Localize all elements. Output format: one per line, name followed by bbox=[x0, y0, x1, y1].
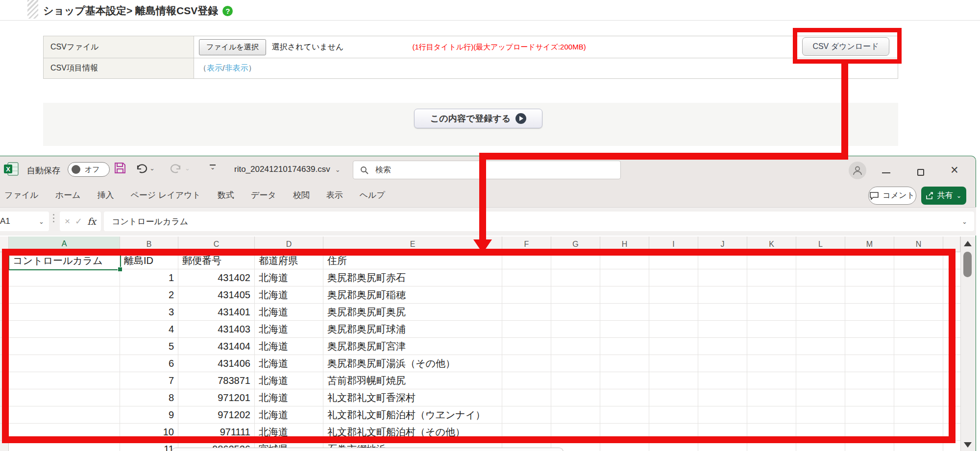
help-icon[interactable]: ? bbox=[222, 6, 233, 16]
paren-open: （ bbox=[199, 63, 207, 73]
svg-text:X: X bbox=[6, 166, 10, 173]
autosave-state: オフ bbox=[85, 165, 100, 174]
submit-button[interactable]: この内容で登録する bbox=[414, 109, 542, 128]
share-icon bbox=[926, 192, 934, 199]
show-link[interactable]: 表示 bbox=[207, 63, 222, 73]
comments-label: コメント bbox=[882, 190, 915, 201]
share-button[interactable]: 共有 ⌄ bbox=[921, 187, 966, 205]
tab-formulas[interactable]: 数式 bbox=[209, 190, 243, 201]
no-file-text: 選択されていません bbox=[272, 42, 344, 52]
paren-close: ） bbox=[248, 63, 256, 73]
close-button[interactable]: × bbox=[951, 164, 958, 177]
annotation-line-vertical-2 bbox=[479, 153, 486, 241]
annotation-box-data-range bbox=[2, 249, 956, 443]
comments-button[interactable]: コメント bbox=[868, 187, 916, 205]
page-title-text: ショップ基本設定> 離島情報CSV登録 bbox=[43, 4, 218, 18]
chevron-down-icon: ⌄ bbox=[956, 192, 962, 199]
chevron-down-icon: ⌄ bbox=[39, 218, 44, 225]
name-box-value: A1 bbox=[0, 216, 10, 226]
cancel-icon[interactable]: × bbox=[65, 216, 70, 227]
hatch-decoration bbox=[27, 0, 38, 19]
form-row-csv-file: CSVファイル ファイルを選択 選択されていません (1行目タイトル行)(最大ア… bbox=[44, 36, 898, 58]
comment-bubble-icon bbox=[870, 192, 879, 200]
search-placeholder: 検索 bbox=[375, 165, 391, 175]
drag-handle-icon[interactable] bbox=[53, 214, 54, 222]
ribbon-tabs: ファイル ホーム 挿入 ページ レイアウト 数式 データ 校閲 表示 ヘルプ bbox=[0, 183, 393, 207]
chevron-down-icon: ⌄ bbox=[185, 165, 190, 172]
csv-file-value-cell: ファイルを選択 選択されていません (1行目タイトル行)(最大アップロードサイズ… bbox=[194, 36, 898, 58]
chevron-down-icon: ⌄ bbox=[149, 165, 155, 172]
form-row-csv-items: CSV項目情報 （表示/非表示） bbox=[44, 58, 898, 78]
document-title[interactable]: rito_20241210174639.csv ⌄ bbox=[234, 165, 341, 174]
maximize-button[interactable] bbox=[917, 169, 924, 176]
scrollbar-thumb[interactable] bbox=[963, 252, 972, 277]
tab-data[interactable]: データ bbox=[243, 190, 285, 201]
csv-items-value-cell: （表示/非表示） bbox=[194, 58, 898, 78]
formula-input[interactable]: コントロールカラム ⌄ bbox=[104, 212, 974, 231]
file-select-button[interactable]: ファイルを選択 bbox=[199, 39, 266, 55]
chevron-down-icon: ⌄ bbox=[962, 218, 967, 225]
formula-value: コントロールカラム bbox=[112, 216, 188, 227]
screenshot-root: ショップ基本設定> 離島情報CSV登録 ? CSVファイル ファイルを選択 選択… bbox=[0, 0, 980, 451]
tab-review[interactable]: 校閲 bbox=[285, 190, 318, 201]
enter-check-icon[interactable]: ✓ bbox=[75, 216, 82, 227]
csv-upload-form: CSVファイル ファイルを選択 選択されていません (1行目タイトル行)(最大ア… bbox=[43, 36, 898, 79]
filename-text: rito_20241210174639.csv bbox=[234, 165, 330, 174]
save-icon[interactable] bbox=[114, 162, 126, 176]
formula-buttons: × ✓ fx bbox=[60, 212, 101, 231]
hide-link[interactable]: 非表示 bbox=[224, 63, 248, 73]
search-input[interactable]: 検索 bbox=[353, 161, 621, 179]
chevron-down-icon: ⌄ bbox=[335, 166, 341, 173]
account-avatar-icon[interactable] bbox=[849, 162, 866, 179]
annotation-box-csv-download bbox=[793, 28, 902, 64]
toggle-knob-icon bbox=[72, 165, 80, 174]
redo-button[interactable]: ⌄ bbox=[171, 162, 190, 174]
annotation-line-horizontal bbox=[479, 153, 848, 160]
undo-button[interactable]: ⌄ bbox=[135, 162, 155, 174]
scroll-down-arrow-icon[interactable] bbox=[964, 442, 972, 448]
tab-insert[interactable]: 挿入 bbox=[89, 190, 122, 201]
tab-home[interactable]: ホーム bbox=[47, 190, 89, 201]
divider bbox=[0, 20, 980, 21]
tab-view[interactable]: 表示 bbox=[318, 190, 351, 201]
arrow-circle-icon bbox=[515, 113, 526, 124]
csv-items-label: CSV項目情報 bbox=[44, 58, 194, 78]
tab-page-layout[interactable]: ページ レイアウト bbox=[122, 190, 209, 201]
insert-function-icon[interactable]: fx bbox=[87, 216, 96, 227]
submit-button-label: この内容で登録する bbox=[430, 113, 511, 124]
autosave-label: 自動保存 bbox=[27, 165, 60, 176]
quick-access-more-icon[interactable]: ⌄ bbox=[209, 165, 217, 170]
autosave-toggle[interactable]: オフ bbox=[68, 162, 110, 177]
annotation-arrowhead bbox=[473, 239, 492, 253]
tab-help[interactable]: ヘルプ bbox=[351, 190, 393, 201]
annotation-line-vertical-1 bbox=[841, 63, 848, 156]
scroll-up-arrow-icon[interactable] bbox=[964, 241, 972, 246]
name-box[interactable]: A1 ⌄ bbox=[0, 212, 49, 231]
search-icon bbox=[360, 166, 368, 174]
excel-app-icon: X bbox=[4, 162, 19, 176]
upload-note: (1行目タイトル行)(最大アップロードサイズ:200MB) bbox=[412, 43, 586, 52]
minimize-button[interactable] bbox=[882, 172, 890, 173]
csv-file-label: CSVファイル bbox=[44, 36, 194, 58]
page-title: ショップ基本設定> 離島情報CSV登録 ? bbox=[43, 4, 233, 18]
share-label: 共有 bbox=[937, 190, 953, 201]
tab-file[interactable]: ファイル bbox=[0, 190, 47, 201]
bottom-overlay bbox=[172, 448, 564, 451]
